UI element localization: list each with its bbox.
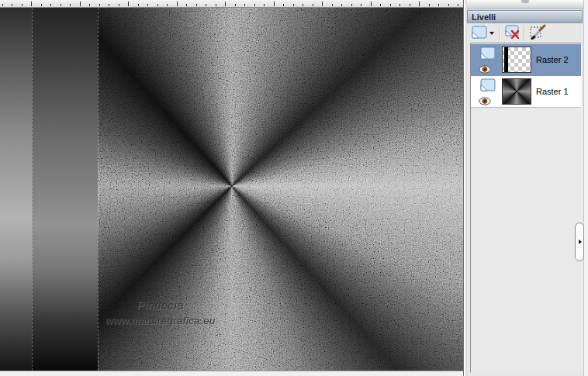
watermark-url: www.maidiregrafica.eu <box>75 313 246 329</box>
raster-layer-icon <box>480 47 496 63</box>
raster-layer-icon <box>480 78 496 95</box>
dock-top-bar <box>467 0 583 9</box>
layer-thumbnail <box>502 78 531 105</box>
layers-list: Raster 2 Raster <box>470 43 582 373</box>
dock-grip-icon <box>521 0 529 3</box>
layer-label: Raster 1 <box>536 87 569 96</box>
visibility-eye-icon[interactable] <box>479 63 491 77</box>
app-window: Pinuccia www.maidiregrafica.eu Livelli <box>0 0 588 376</box>
chevron-down-icon[interactable] <box>489 32 494 35</box>
watermark-name: Pinuccia <box>75 298 246 313</box>
panel-title: Livelli <box>472 12 496 22</box>
delete-layer-icon <box>505 25 522 43</box>
new-layer-button[interactable] <box>469 25 496 42</box>
chevron-right-icon <box>579 240 582 244</box>
layer-thumbnail <box>502 47 531 73</box>
layer-row-raster-1[interactable]: Raster 1 <box>471 76 581 108</box>
selection-guide-line <box>32 8 33 371</box>
layer-label: Raster 2 <box>536 55 569 64</box>
horizontal-ruler <box>0 0 463 8</box>
watermark: Pinuccia www.maidiregrafica.eu <box>75 298 246 329</box>
canvas-bottom-edge <box>0 371 463 376</box>
delete-layer-button[interactable] <box>502 25 525 42</box>
edit-selection-button[interactable] <box>527 25 550 42</box>
canvas[interactable]: Pinuccia www.maidiregrafica.eu <box>0 8 463 371</box>
edit-selection-brush-icon <box>529 24 548 43</box>
layer-row-raster-2[interactable]: Raster 2 <box>471 44 581 76</box>
layers-toolbar <box>467 24 583 43</box>
layers-palette: Livelli <box>463 0 588 376</box>
toolbar-separator <box>499 26 500 41</box>
dock-right-edge <box>583 0 588 376</box>
black-bar-content <box>504 47 508 72</box>
dock-divider[interactable] <box>463 0 467 376</box>
panel-title-bar[interactable]: Livelli <box>467 10 583 23</box>
new-layer-icon <box>472 26 487 42</box>
panel-collapse-handle[interactable] <box>575 222 584 261</box>
visibility-eye-icon[interactable] <box>479 95 491 109</box>
left-gradient-band <box>0 8 32 371</box>
toolbar-separator <box>524 26 524 41</box>
